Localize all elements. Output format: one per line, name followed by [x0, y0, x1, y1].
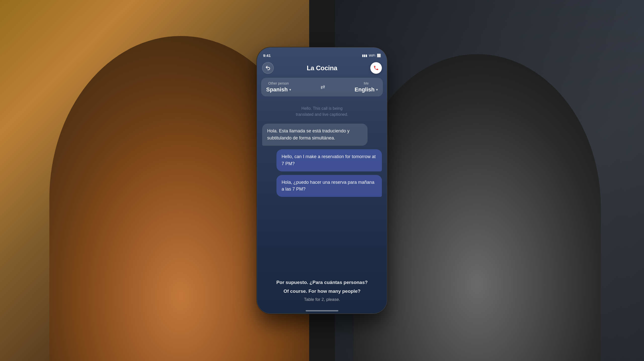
end-call-button[interactable] — [370, 62, 382, 74]
other-language-dropdown[interactable]: Spanish ▾ — [266, 86, 291, 93]
caption-spanish-text: Por supuesto. ¿Para cuántas personas? — [276, 280, 368, 285]
wifi-icon: WiFi — [369, 54, 375, 57]
swap-languages-icon[interactable]: ⇄ — [320, 84, 325, 90]
caption-spanish: Por supuesto. ¿Para cuántas personas? — [262, 279, 382, 286]
me-language-name: English — [355, 86, 375, 93]
live-captions: Por supuesto. ¿Para cuántas personas? Of… — [257, 274, 387, 310]
status-bar: 9:41 ▮▮▮ WiFi ⬜ — [257, 48, 387, 60]
me-label: Me — [364, 81, 369, 85]
other-language-chevron-icon: ▾ — [289, 88, 291, 92]
caption-english: Of course. For how many people? — [262, 288, 382, 295]
chat-bubble-other-1: Hola. Esta llamada se está traduciendo y… — [262, 124, 368, 146]
system-message-text: Hello. This call is beingtranslated and … — [296, 106, 348, 117]
language-selector: Other person Spanish ▾ ⇄ Me English ▾ — [261, 78, 383, 96]
phone-frame: 9:41 ▮▮▮ WiFi ⬜ La Cocina — [257, 47, 387, 314]
me-lang-side: Me English ▾ — [355, 81, 378, 93]
back-button[interactable] — [262, 62, 274, 74]
caption-english-text: Of course. For how many people? — [284, 288, 360, 294]
battery-icon: ⬜ — [377, 54, 381, 57]
status-icons: ▮▮▮ WiFi ⬜ — [362, 54, 381, 57]
other-person-lang-side: Other person Spanish ▾ — [266, 81, 291, 93]
person-right-silhouette — [353, 54, 601, 361]
signal-icon: ▮▮▮ — [362, 54, 367, 57]
phone-screen: 9:41 ▮▮▮ WiFi ⬜ La Cocina — [257, 48, 387, 313]
chat-bubble-me-1: Hello, can I make a reservation for tomo… — [276, 149, 382, 171]
phone-end-icon — [373, 65, 379, 71]
call-title: La Cocina — [307, 64, 337, 72]
caption-partial: Table for 2, please. — [262, 297, 382, 303]
bubble-text-other-1: Hola. Esta llamada se está traduciendo y… — [267, 128, 349, 140]
bubble-text-me-1: Hello, can I make a reservation for tomo… — [281, 154, 376, 166]
status-time: 9:41 — [263, 53, 271, 58]
home-indicator — [306, 310, 338, 311]
caption-partial-text: Table for 2, please. — [304, 297, 340, 302]
other-person-label: Other person — [268, 81, 289, 85]
phone-container: 9:41 ▮▮▮ WiFi ⬜ La Cocina — [254, 42, 390, 319]
system-message: Hello. This call is beingtranslated and … — [262, 103, 382, 120]
chat-bubble-me-translated-1: Hola, ¿puedo hacer una reserva para maña… — [276, 175, 382, 197]
chat-area: Hello. This call is beingtranslated and … — [257, 100, 387, 274]
other-language-name: Spanish — [266, 86, 288, 93]
back-icon — [265, 65, 271, 71]
bubble-text-me-translated-1: Hola, ¿puedo hacer una reserva para maña… — [281, 180, 374, 192]
call-header: La Cocina — [257, 60, 387, 78]
me-language-dropdown[interactable]: English ▾ — [355, 86, 378, 93]
me-language-chevron-icon: ▾ — [376, 88, 378, 92]
